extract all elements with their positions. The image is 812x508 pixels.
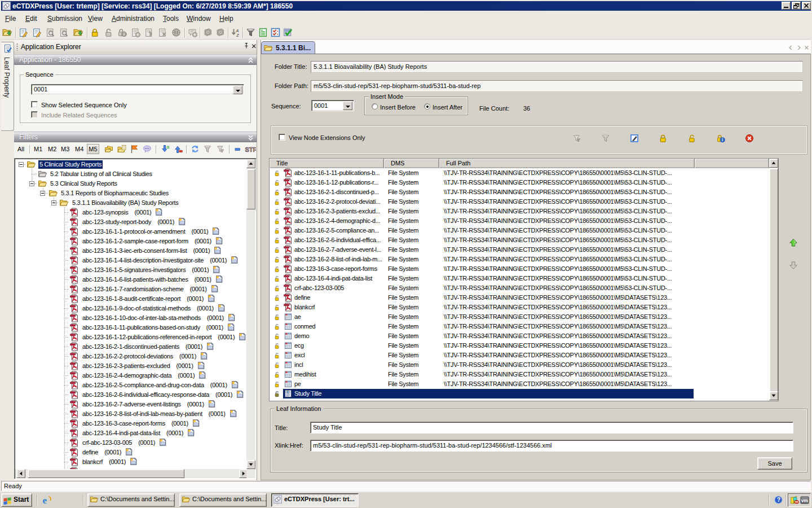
svg-text:Z: Z: [236, 33, 240, 37]
svg-text:STF: STF: [245, 146, 257, 153]
svg-text:vm: vm: [801, 498, 809, 503]
svg-text:?: ?: [777, 497, 780, 503]
svg-text:e: e: [43, 495, 47, 505]
